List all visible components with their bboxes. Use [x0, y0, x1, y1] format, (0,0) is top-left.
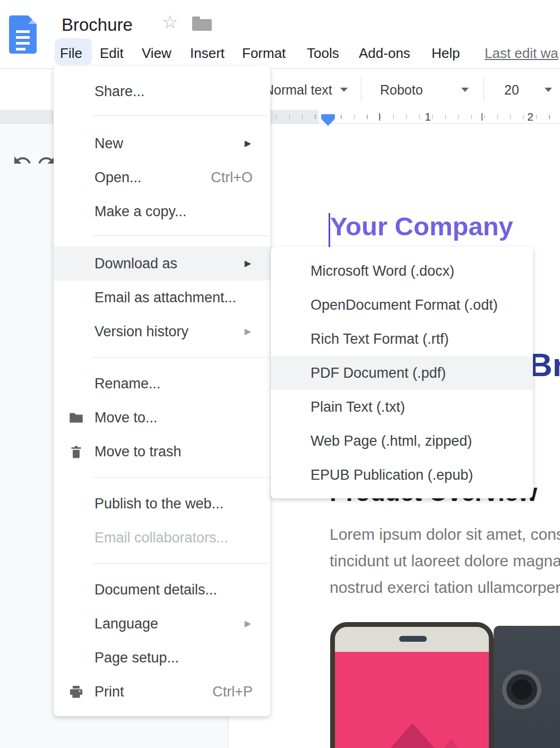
ruler-major-tick: [481, 113, 483, 121]
menu-item-label: New: [94, 135, 123, 151]
printer-icon: [68, 684, 84, 700]
submenu-arrow-icon: ▶: [245, 607, 251, 641]
menu-item-label: Print: [94, 684, 124, 700]
menu-item-move-to-trash[interactable]: Move to trash: [54, 435, 270, 469]
undo-icon[interactable]: [13, 151, 32, 170]
paragraph-line: tincidunt ut laoreet dolore magna: [330, 548, 560, 574]
camera-lens-icon: [512, 679, 532, 700]
menu-item-publish-to-web[interactable]: Publish to the web...: [54, 487, 270, 521]
font-size-select[interactable]: 20: [504, 70, 519, 110]
move-folder-icon[interactable]: [192, 19, 212, 31]
menubar-format[interactable]: Format: [242, 41, 286, 65]
menu-item-make-a-copy[interactable]: Make a copy...: [54, 194, 270, 228]
menu-divider: [92, 235, 269, 236]
speaker-icon: [399, 636, 427, 642]
paragraph-line: nostrud exerci tation ullamcorper: [330, 574, 560, 601]
menu-item-share[interactable]: Share...: [54, 74, 270, 108]
menubar-addons[interactable]: Add-ons: [359, 41, 410, 65]
menu-item-print[interactable]: Print Ctrl+P: [54, 675, 270, 709]
menu-item-label: Email as attachment...: [94, 290, 236, 305]
menu-item-language[interactable]: Language ▶: [54, 607, 270, 641]
ruler-ticks: [264, 115, 560, 119]
chevron-down-icon[interactable]: [340, 88, 348, 92]
menu-divider: [92, 563, 269, 564]
menu-item-label: Web Page (.html, zipped): [311, 433, 472, 449]
submenu-item-docx[interactable]: Microsoft Word (.docx): [271, 254, 533, 288]
menu-item-label: Share...: [94, 83, 145, 99]
ruler-number: 2: [525, 110, 536, 123]
menu-item-label: Microsoft Word (.docx): [311, 263, 454, 279]
paragraph-line: Lorem ipsum dolor sit amet, cons: [330, 521, 560, 548]
menu-item-document-details[interactable]: Document details...: [54, 573, 270, 607]
menu-bar: File Edit View Insert Format Tools Add-o…: [0, 41, 560, 65]
menu-item-new[interactable]: New ▶: [54, 126, 270, 160]
indent-marker-triangle[interactable]: [321, 119, 335, 126]
menu-item-label: Version history: [94, 324, 188, 339]
phone-screen: [335, 652, 489, 748]
menu-item-label: Plain Text (.txt): [311, 399, 405, 415]
file-menu-panel: Share... New ▶ Open... Ctrl+O Make a cop…: [54, 66, 270, 716]
shortcut-label: Ctrl+P: [212, 675, 253, 709]
phone-back-illustration: [494, 626, 560, 748]
phone-front-illustration: [330, 622, 494, 748]
menu-item-email-as-attachment[interactable]: Email as attachment...: [54, 280, 270, 314]
toolbar-divider: [484, 78, 484, 102]
menu-item-open[interactable]: Open... Ctrl+O: [54, 160, 270, 194]
menu-item-label: EPUB Publication (.epub): [311, 467, 473, 483]
menu-item-label: Move to trash: [94, 444, 182, 460]
menubar-tools[interactable]: Tools: [307, 41, 339, 65]
document-title-heading: Brochure: [529, 346, 560, 384]
trash-icon: [68, 444, 84, 460]
ruler-number: 1: [423, 110, 433, 123]
menu-divider: [92, 477, 269, 478]
submenu-arrow-icon: ▶: [245, 126, 251, 160]
camera-icon: [502, 670, 541, 709]
download-as-submenu: Microsoft Word (.docx) OpenDocument Form…: [271, 247, 533, 498]
submenu-item-pdf[interactable]: PDF Document (.pdf): [271, 356, 533, 390]
menubar-view[interactable]: View: [142, 41, 171, 65]
chevron-down-icon[interactable]: [461, 88, 469, 92]
folder-icon: [68, 410, 84, 426]
menu-divider: [92, 115, 269, 116]
menu-item-label: Language: [94, 616, 158, 632]
menu-item-label: OpenDocument Format (.odt): [311, 297, 498, 313]
indent-marker-bar[interactable]: [321, 114, 335, 119]
toolbar-divider: [361, 78, 361, 102]
menu-divider: [92, 357, 269, 358]
menubar-edit[interactable]: Edit: [100, 41, 124, 65]
submenu-item-epub[interactable]: EPUB Publication (.epub): [271, 458, 533, 492]
menu-item-label: Email collaborators...: [94, 530, 228, 546]
menubar-help[interactable]: Help: [432, 41, 460, 65]
submenu-item-txt[interactable]: Plain Text (.txt): [271, 390, 533, 424]
menu-item-version-history[interactable]: Version history ▶: [54, 314, 270, 348]
menu-item-move-to[interactable]: Move to...: [54, 401, 270, 435]
menu-item-label: Download as: [94, 256, 177, 271]
chevron-down-icon[interactable]: [545, 88, 552, 92]
body-paragraph: Lorem ipsum dolor sit amet, cons tincidu…: [330, 521, 560, 601]
submenu-arrow-icon: ▶: [245, 246, 251, 280]
menu-item-download-as[interactable]: Download as ▶: [54, 246, 270, 280]
menu-item-label: Document details...: [94, 582, 217, 598]
submenu-item-odt[interactable]: OpenDocument Format (.odt): [271, 288, 533, 322]
menu-item-label: Publish to the web...: [94, 496, 223, 512]
google-docs-window: Your Company Brochure Product Overview L…: [0, 0, 560, 748]
menu-item-page-setup[interactable]: Page setup...: [54, 641, 270, 675]
menu-item-label: Move to...: [94, 410, 158, 426]
menu-item-label: PDF Document (.pdf): [311, 365, 446, 381]
menu-item-label: Page setup...: [94, 650, 179, 666]
menubar-insert[interactable]: Insert: [190, 41, 225, 65]
company-heading: Your Company: [330, 211, 513, 241]
submenu-item-html[interactable]: Web Page (.html, zipped): [271, 424, 533, 458]
submenu-arrow-icon: ▶: [245, 314, 251, 348]
last-edit-link[interactable]: Last edit wa: [485, 41, 560, 65]
submenu-item-rtf[interactable]: Rich Text Format (.rtf): [271, 322, 533, 356]
paragraph-style-select[interactable]: Normal text: [264, 70, 332, 110]
menubar-file[interactable]: File: [60, 41, 82, 65]
document-title[interactable]: Brochure: [62, 15, 133, 35]
menu-item-label: Make a copy...: [94, 203, 187, 219]
menu-item-rename[interactable]: Rename...: [54, 367, 270, 401]
menu-item-email-collaborators: Email collaborators...: [54, 521, 270, 555]
font-family-select[interactable]: Roboto: [380, 70, 423, 110]
app-header: Brochure ☆ File Edit View Insert Format …: [0, 0, 560, 69]
star-icon[interactable]: ☆: [162, 13, 178, 31]
